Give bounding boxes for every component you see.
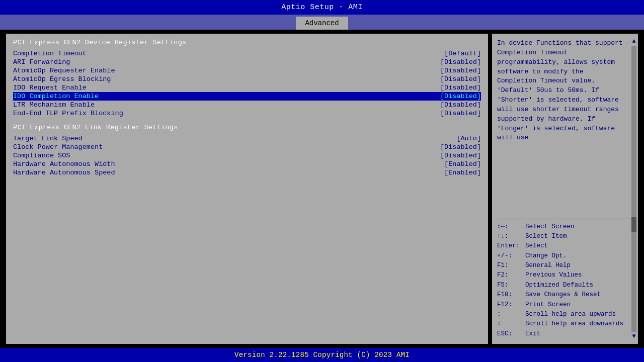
item-label: ARI Forwarding (13, 58, 70, 66)
item-label: End-End TLP Prefix Blocking (13, 110, 123, 117)
key-help-item: F12:Print Screen (497, 300, 633, 310)
section-gap (13, 118, 481, 124)
key-help-item: :Scroll help area upwards (497, 310, 633, 319)
menu-item[interactable]: End-End TLP Prefix Blocking[Disabled] (13, 109, 481, 118)
key-help-item: :Scroll help area downwards (497, 319, 633, 329)
key-desc: Scroll help area downwards (525, 319, 623, 329)
key-desc: Select Item (525, 232, 567, 241)
key-label: +/-: (497, 251, 523, 261)
main-content: PCI Express GEN2 Device Register Setting… (0, 30, 644, 348)
scrollbar[interactable]: ▲ ▼ (631, 38, 637, 340)
key-label: F1: (497, 261, 523, 270)
menu-item[interactable]: Target Link Speed[Auto] (13, 134, 481, 143)
key-label: F5: (497, 281, 523, 290)
key-label: ↕↔: (497, 222, 523, 232)
section2-title: PCI Express GEN2 Link Register Settings (13, 124, 481, 131)
key-help-item: +/-:Change Opt. (497, 251, 633, 261)
key-help-item: ↕↔:Select Screen (497, 222, 633, 232)
item-label: IDO Completion Enable (13, 93, 99, 100)
item-value: [Enabled] (444, 160, 481, 168)
item-value: [Auto] (456, 135, 481, 142)
section1-title: PCI Express GEN2 Device Register Setting… (13, 39, 481, 46)
key-help-item: F5:Optimized Defaults (497, 281, 633, 290)
item-label: Hardware Autonomous Width (13, 160, 115, 168)
tab-bar: Advanced (0, 15, 644, 30)
key-help-item: ↑↓:Select Item (497, 232, 633, 241)
key-help-item: F10:Save Changes & Reset (497, 290, 633, 300)
item-value: [Enabled] (444, 169, 481, 176)
app-title: Aptio Setup - AMI (281, 3, 363, 12)
item-label: Completion Timeout (13, 50, 87, 57)
key-desc: Select Screen (525, 222, 575, 232)
key-label: ↑↓: (497, 232, 523, 241)
key-desc: Change Opt. (525, 251, 567, 261)
items2-container: Target Link Speed[Auto]Clock Power Manag… (13, 134, 481, 177)
scroll-up-arrow[interactable]: ▲ (632, 38, 635, 45)
bottom-bar: Version 2.22.1285 Copyright (C) 2023 AMI (0, 348, 644, 362)
menu-item[interactable]: AtomicOp Requester Enable[Disabled] (13, 66, 481, 75)
key-help-item: F1:General Help (497, 261, 633, 270)
right-panel: ▲ ▼ In device Functions that support Com… (492, 34, 638, 344)
menu-item[interactable]: LTR Mechanism Enable[Disabled] (13, 101, 481, 109)
item-value: [Disabled] (440, 110, 481, 117)
item-value: [Disabled] (440, 152, 481, 159)
menu-item[interactable]: Hardware Autonomous Width[Enabled] (13, 160, 481, 168)
item-label: AtomicOp Requester Enable (13, 67, 115, 74)
item-label: LTR Mechanism Enable (13, 101, 95, 109)
key-desc: Scroll help area upwards (525, 310, 616, 319)
help-text: In device Functions that support Complet… (497, 39, 633, 213)
key-label: ESC: (497, 329, 523, 339)
item-value: [Default] (444, 50, 481, 57)
item-label: Compliance SOS (13, 152, 70, 159)
menu-item[interactable]: IDO Completion Enable[Disabled] (13, 92, 481, 101)
key-label: F10: (497, 290, 523, 300)
key-help-item: Enter:Select (497, 241, 633, 251)
item-value: [Disabled] (440, 58, 481, 66)
key-help-item: ESC:Exit (497, 329, 633, 339)
menu-item[interactable]: AtomicOp Egress Blocking[Disabled] (13, 75, 481, 83)
key-help-item: F2:Previous Values (497, 270, 633, 280)
key-label: F2: (497, 270, 523, 280)
item-value: [Disabled] (440, 93, 481, 100)
items1-container: Completion Timeout[Default]ARI Forwardin… (13, 49, 481, 118)
key-desc: Exit (525, 329, 540, 339)
item-label: Target Link Speed (13, 135, 83, 142)
menu-item[interactable]: Hardware Autonomous Speed[Enabled] (13, 168, 481, 177)
menu-item[interactable]: IDO Request Enable[Disabled] (13, 83, 481, 92)
key-desc: General Help (525, 261, 571, 270)
key-desc: Previous Values (525, 270, 582, 280)
item-label: Hardware Autonomous Speed (13, 169, 115, 176)
menu-item[interactable]: Completion Timeout[Default] (13, 49, 481, 58)
version-line: Version 2.22.1285 Copyright (C) 2023 AMI (234, 351, 410, 359)
key-desc: Optimized Defaults (525, 281, 593, 290)
item-value: [Disabled] (440, 84, 481, 92)
item-label: IDO Request Enable (13, 84, 87, 92)
menu-item[interactable]: Clock Power Management[Disabled] (13, 143, 481, 151)
top-bar: Aptio Setup - AMI (0, 0, 644, 15)
scroll-down-arrow[interactable]: ▼ (632, 333, 635, 340)
item-label: Clock Power Management (13, 143, 103, 151)
item-value: [Disabled] (440, 67, 481, 74)
item-value: [Disabled] (440, 75, 481, 83)
key-label: : (497, 310, 523, 319)
key-label: : (497, 319, 523, 329)
item-value: [Disabled] (440, 101, 481, 109)
scroll-thumb[interactable] (631, 217, 636, 232)
key-help: ↕↔:Select Screen↑↓:Select ItemEnter:Sele… (497, 222, 633, 339)
scroll-track[interactable] (631, 46, 636, 332)
key-desc: Print Screen (525, 300, 571, 310)
key-desc: Select (525, 241, 548, 251)
tab-advanced[interactable]: Advanced (296, 17, 348, 30)
menu-item[interactable]: Compliance SOS[Disabled] (13, 151, 481, 160)
left-panel: PCI Express GEN2 Device Register Setting… (6, 34, 488, 344)
key-label: F12: (497, 300, 523, 310)
item-value: [Disabled] (440, 143, 481, 151)
key-label: Enter: (497, 241, 523, 251)
key-desc: Save Changes & Reset (525, 290, 601, 300)
menu-item[interactable]: ARI Forwarding[Disabled] (13, 58, 481, 66)
divider (497, 219, 633, 219)
item-label: AtomicOp Egress Blocking (13, 75, 111, 83)
